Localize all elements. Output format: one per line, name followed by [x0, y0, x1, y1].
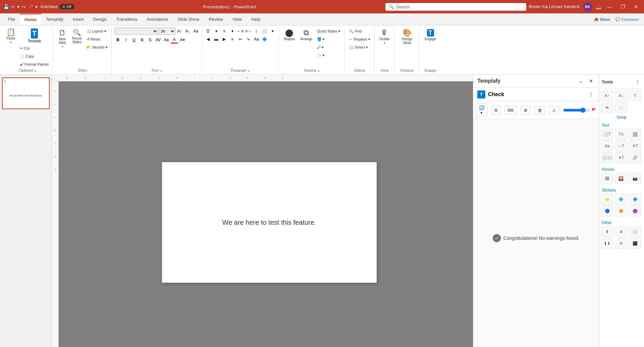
- engage-button[interactable]: T Engage: [422, 27, 438, 43]
- shape-effects-btn[interactable]: ✨ ▾: [315, 52, 342, 59]
- highlight-btn[interactable]: A▾: [179, 36, 186, 44]
- settings-btn[interactable]: ⚙: [521, 106, 531, 115]
- decrease-font-btn[interactable]: A↓: [184, 27, 192, 35]
- tool-text-style-icon[interactable]: 🔠: [629, 129, 641, 140]
- quick-styles-button[interactable]: Quick Styles ▾: [315, 27, 342, 35]
- tool-pic-1-icon[interactable]: 🖼: [601, 173, 613, 184]
- tool-other-2-icon[interactable]: ⬇: [615, 226, 627, 237]
- customize-qa-icon[interactable]: 📌: [28, 4, 33, 9]
- compare-btn[interactable]: ⧉⧉: [504, 106, 517, 115]
- clear-format-btn[interactable]: Aa: [192, 27, 200, 35]
- tab-file[interactable]: File: [3, 14, 20, 24]
- shape-fill-btn[interactable]: 🪣 ▾: [315, 36, 342, 43]
- redo-icon[interactable]: ↪: [21, 4, 25, 9]
- check-slider[interactable]: [563, 108, 590, 113]
- delete-btn[interactable]: 🗑: [535, 106, 545, 115]
- underline-btn[interactable]: U: [130, 36, 138, 44]
- increase-indent-btn[interactable]: ≡→: [245, 27, 252, 35]
- tool-text-star-icon[interactable]: ✦T: [615, 152, 627, 163]
- shadow-btn[interactable]: S: [147, 36, 154, 44]
- tab-animations[interactable]: Animations: [142, 14, 173, 24]
- search-box[interactable]: 🔍 Search: [385, 3, 526, 11]
- tool-text-box-icon[interactable]: ⬜T: [601, 129, 613, 140]
- tool-sticker-6-icon[interactable]: 🟣: [629, 206, 641, 216]
- tab-insert[interactable]: Insert: [68, 14, 89, 24]
- bullets-dropdown[interactable]: ▾: [213, 27, 220, 35]
- tab-view[interactable]: View: [228, 14, 247, 24]
- replace-button[interactable]: ↔ Replace ▾: [347, 36, 372, 43]
- shapes-button[interactable]: ⬤ Shapes: [281, 27, 298, 43]
- tool-other-6-icon[interactable]: ⬛: [629, 238, 641, 249]
- swap-button[interactable]: Swap: [601, 114, 642, 120]
- copy-btn[interactable]: ⧉: [491, 106, 500, 115]
- refresh-btn[interactable]: 🔄 ▾: [476, 103, 487, 117]
- user-avatar[interactable]: BK: [583, 2, 592, 11]
- warning-btn[interactable]: ⚠: [549, 106, 559, 115]
- aa-btn[interactable]: Aa: [163, 36, 170, 44]
- tool-dots-icon[interactable]: ···: [615, 102, 627, 113]
- tool-text-arrow-icon[interactable]: ↔T: [615, 141, 627, 151]
- tool-text-aa-icon[interactable]: Aa: [601, 141, 613, 151]
- slide-thumbnail-1[interactable]: 1 We are here to test this feature.: [2, 77, 50, 109]
- tab-review[interactable]: Review: [204, 14, 228, 24]
- tool-shrink-icon[interactable]: A↓: [615, 90, 627, 101]
- tool-sticker-3-icon[interactable]: 🔷: [629, 194, 641, 205]
- font-size-select[interactable]: 36: [159, 27, 175, 35]
- tab-templafy[interactable]: Templafy: [41, 14, 68, 24]
- section-button[interactable]: 📂 Section ▾: [85, 44, 109, 51]
- new-slide-button[interactable]: 🗋 NewSlide ▾: [56, 27, 69, 50]
- decrease-indent-btn[interactable]: ←≡: [237, 27, 244, 35]
- undo-dropdown[interactable]: ▾: [17, 4, 19, 9]
- reuse-slides-button[interactable]: 🔍 ReuseSlides: [70, 27, 84, 46]
- align-center-btn[interactable]: ▬: [213, 36, 220, 43]
- tool-pic-3-icon[interactable]: 📷: [629, 173, 641, 184]
- tool-sticker-4-icon[interactable]: 🔵: [601, 206, 613, 216]
- text-dir-btn[interactable]: ↳: [245, 36, 252, 43]
- undo-icon[interactable]: ↩: [11, 4, 15, 9]
- tool-text-x-icon[interactable]: ✕T: [629, 141, 641, 151]
- templafy-close-btn[interactable]: ✕: [587, 77, 595, 85]
- drawing-expand-icon[interactable]: ↘: [317, 69, 320, 72]
- line-spacing-btn[interactable]: ↕: [253, 27, 260, 35]
- find-button[interactable]: 🔍 Find: [347, 27, 372, 35]
- qa-dropdown[interactable]: ▾: [35, 4, 38, 9]
- tab-design[interactable]: Design: [89, 14, 111, 24]
- font-name-select[interactable]: [114, 27, 158, 35]
- columns-dropdown[interactable]: ▾: [269, 27, 276, 35]
- tool-sticker-1-icon[interactable]: ⭐: [601, 194, 613, 205]
- tool-pic-2-icon[interactable]: 🌄: [615, 173, 627, 184]
- close-button[interactable]: ✕: [631, 4, 641, 9]
- convert-btn[interactable]: Aa: [253, 36, 260, 43]
- bullets-btn[interactable]: ☰: [205, 27, 212, 35]
- tool-sticker-5-icon[interactable]: 🔶: [615, 206, 627, 216]
- cut-button[interactable]: ✂ Cut: [18, 45, 51, 52]
- shape-outline-btn[interactable]: 🖊 ▾: [315, 44, 342, 51]
- rtl-btn[interactable]: ⇐: [237, 36, 244, 43]
- check-more-btn[interactable]: ⋮: [587, 91, 595, 98]
- format-painter-button[interactable]: 🖌 Format Painter: [18, 61, 51, 68]
- bold-btn[interactable]: B: [114, 36, 122, 44]
- tool-text-align-icon[interactable]: T≡: [615, 129, 627, 140]
- tool-text-icon[interactable]: T: [629, 90, 641, 101]
- reset-button[interactable]: ↺ Reset: [85, 36, 109, 43]
- justify-btn[interactable]: ≡: [229, 36, 236, 43]
- autosave-toggle[interactable]: Off: [60, 4, 74, 9]
- smartart-btn[interactable]: 🔷: [261, 36, 268, 43]
- design-ideas-button[interactable]: 🎨 DesignIdeas: [397, 27, 417, 46]
- tool-other-5-icon[interactable]: 🔻: [615, 238, 627, 249]
- tool-align-left-icon[interactable]: ⬅: [601, 102, 613, 113]
- tools-more-btn[interactable]: ⋮: [634, 78, 641, 85]
- increase-font-btn[interactable]: A↑: [176, 27, 183, 35]
- copy-button[interactable]: 📄 Copy: [18, 53, 51, 60]
- paste-button[interactable]: 📋 Paste ▾: [4, 27, 17, 45]
- clipboard-expand-icon[interactable]: ↘: [34, 69, 36, 72]
- font-color-btn[interactable]: A: [171, 36, 178, 44]
- share-button[interactable]: 📤 Share: [592, 16, 612, 23]
- font-expand-icon[interactable]: ↘: [159, 69, 162, 72]
- layout-button[interactable]: ⬜ Layout ▾: [85, 27, 109, 35]
- align-right-btn[interactable]: ▶: [221, 36, 228, 43]
- italic-btn[interactable]: I: [122, 36, 130, 44]
- tool-text-link-icon[interactable]: 🔗: [629, 152, 641, 163]
- spacing-btn[interactable]: AV: [155, 36, 162, 44]
- tool-sticker-2-icon[interactable]: 💠: [615, 194, 627, 205]
